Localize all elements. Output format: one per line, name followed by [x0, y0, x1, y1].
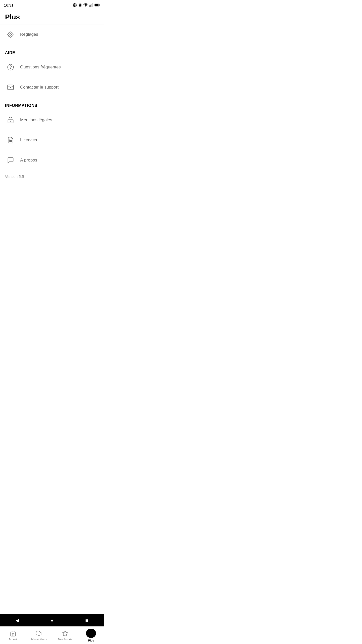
status-icons [73, 3, 100, 7]
signal-status-icon [89, 3, 93, 7]
svg-rect-4 [81, 4, 81, 4]
legal-label: Mentions légales [20, 117, 52, 123]
informations-section-header: INFORMATIONS [0, 97, 104, 110]
settings-status-icon [73, 3, 77, 7]
svg-rect-3 [80, 4, 80, 4]
svg-rect-11 [95, 4, 99, 6]
svg-rect-2 [79, 4, 80, 4]
version-text: Version 5.5 [0, 170, 104, 183]
svg-rect-7 [90, 5, 91, 7]
settings-label: Réglages [20, 32, 38, 37]
svg-rect-9 [93, 3, 93, 7]
about-label: À propos [20, 158, 37, 163]
file-text-icon [5, 135, 16, 146]
mail-icon [5, 82, 16, 93]
status-bar: 16:31 [0, 0, 104, 10]
aide-section-title: AIDE [5, 51, 15, 55]
sdcard-status-icon [78, 3, 82, 7]
page-title: Plus [5, 13, 99, 21]
faq-menu-item[interactable]: Questions fréquentes [0, 57, 104, 77]
svg-rect-8 [92, 4, 92, 7]
svg-point-16 [10, 121, 11, 122]
settings-menu-item[interactable]: Réglages [0, 24, 104, 45]
lock-icon [5, 114, 16, 126]
wifi-status-icon [83, 3, 88, 7]
menu-content: Réglages AIDE Questions fréquentes Conta… [0, 24, 104, 225]
svg-point-12 [10, 34, 12, 35]
message-circle-icon [5, 155, 16, 166]
informations-section-title: INFORMATIONS [5, 103, 37, 108]
aide-section-header: AIDE [0, 45, 104, 57]
svg-rect-6 [89, 5, 90, 7]
svg-point-0 [74, 5, 75, 6]
support-menu-item[interactable]: Contacter le support [0, 77, 104, 97]
support-label: Contacter le support [20, 85, 59, 90]
status-time: 16:31 [4, 3, 14, 7]
page-title-bar: Plus [0, 10, 104, 24]
licenses-label: Licences [20, 138, 37, 143]
faq-label: Questions fréquentes [20, 65, 61, 70]
svg-point-13 [8, 64, 13, 70]
settings-icon [5, 29, 16, 40]
svg-point-5 [85, 6, 86, 7]
about-menu-item[interactable]: À propos [0, 150, 104, 170]
licenses-menu-item[interactable]: Licences [0, 130, 104, 150]
help-circle-icon [5, 62, 16, 73]
legal-menu-item[interactable]: Mentions légales [0, 110, 104, 130]
battery-status-icon [95, 4, 100, 7]
